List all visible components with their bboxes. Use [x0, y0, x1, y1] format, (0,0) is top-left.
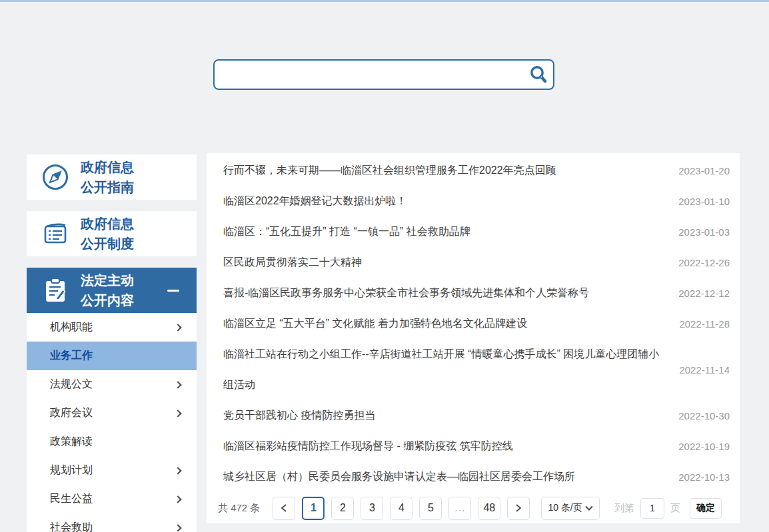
chevron-right-icon: [174, 381, 181, 388]
page-button-48[interactable]: 48: [478, 497, 500, 520]
article-link[interactable]: 临淄社工站在行动之小组工作--辛店街道社工站开展 “情暖童心携手成长” 困境儿童…: [217, 339, 679, 400]
article-date: 2023-01-03: [678, 226, 730, 238]
article-date: 2022-12-26: [678, 257, 730, 268]
article-link[interactable]: 城乡社区居（村）民委员会服务设施申请认定表—临园社区居委会工作场所: [217, 461, 678, 492]
article-row: 临淄社工站在行动之小组工作--辛店街道社工站开展 “情暖童心携手成长” 困境儿童…: [217, 339, 730, 400]
sidebar-item-policy-interpretation[interactable]: 政策解读: [27, 427, 197, 456]
page-button-1[interactable]: 1: [302, 497, 325, 520]
sidebar-item-label: 政府信息 公开制度: [81, 214, 134, 254]
sidebar-item-label: 法定主动 公开内容: [81, 270, 134, 310]
ledger-icon: [40, 218, 71, 249]
compass-icon: [40, 162, 71, 192]
article-date: 2023-01-10: [678, 196, 730, 207]
article-date: 2022-11-14: [679, 364, 730, 376]
page-size-select[interactable]: 10 条/页: [541, 497, 600, 520]
page-size-value: 10 条/页: [548, 502, 582, 514]
chevron-right-icon: [174, 324, 181, 331]
article-link[interactable]: 行而不辍，未来可期——临淄区社会组织管理服务工作2022年亮点回顾: [217, 155, 678, 186]
article-link[interactable]: 临淄区福彩站疫情防控工作现场督导 - 绷紧防疫弦 筑牢防控线: [217, 431, 678, 461]
sidebar-item-regulations[interactable]: 法规公文: [27, 370, 197, 399]
article-link[interactable]: 临淄区立足 “五大平台” 文化赋能 着力加强特色地名文化品牌建设: [217, 308, 679, 339]
menu-label: 法规公文: [50, 378, 93, 392]
page-button-5[interactable]: 5: [419, 497, 442, 520]
page-button-3[interactable]: 3: [361, 497, 383, 520]
sidebar-item-planning[interactable]: 规划计划: [27, 456, 197, 485]
menu-label: 社会救助: [50, 521, 93, 532]
article-row: 行而不辍，未来可期——临淄区社会组织管理服务工作2022年亮点回顾 2023-0…: [217, 155, 730, 186]
article-link[interactable]: 临淄区：“五化五提升” 打造 “一镇一品” 社会救助品牌: [217, 216, 678, 247]
menu-label: 业务工作: [50, 349, 93, 363]
article-link[interactable]: 区民政局贯彻落实二十大精神: [217, 247, 678, 278]
chevron-right-icon: [174, 524, 181, 531]
sidebar-item-gov-info-guide[interactable]: 政府信息 公开指南: [27, 154, 197, 200]
chevron-right-icon: [514, 503, 522, 513]
sidebar-item-label: 政府信息 公开指南: [81, 157, 134, 197]
collapse-minus-icon: [167, 290, 179, 292]
sidebar-item-public-welfare[interactable]: 民生公益: [27, 485, 197, 513]
article-row: 临淄区立足 “五大平台” 文化赋能 着力加强特色地名文化品牌建设 2022-11…: [217, 308, 730, 339]
menu-label: 政策解读: [50, 435, 93, 449]
article-row: 临淄区2022年婚姻登记大数据出炉啦！ 2023-01-10: [217, 186, 730, 216]
clipboard-pencil-icon: [40, 275, 71, 306]
page: 政府信息 公开指南 政府信息 公开制度: [0, 0, 769, 532]
article-date: 2022-12-12: [678, 288, 730, 299]
chevron-right-icon: [174, 495, 181, 503]
page-ellipsis[interactable]: ...: [448, 497, 471, 520]
jump-page-input[interactable]: [640, 498, 664, 519]
search-icon: [528, 65, 548, 85]
menu-label: 政府会议: [50, 406, 93, 420]
article-link[interactable]: 临淄区2022年婚姻登记大数据出炉啦！: [217, 186, 678, 216]
sidebar-item-social-assistance[interactable]: 社会救助: [27, 513, 197, 532]
search-input[interactable]: [215, 61, 524, 89]
prev-page-button[interactable]: [273, 497, 295, 520]
search-button[interactable]: [524, 61, 553, 89]
page-button-2[interactable]: 2: [331, 497, 354, 520]
article-row: 党员干部践初心 疫情防控勇担当 2022-10-30: [217, 400, 730, 431]
article-link[interactable]: 喜报-临淄区民政事务服务中心荣获全市社会事务领域先进集体和个人荣誉称号: [217, 278, 678, 308]
sidebar-item-gov-info-system[interactable]: 政府信息 公开制度: [27, 211, 197, 256]
jump-suffix-label: 页: [670, 502, 680, 515]
chevron-right-icon: [174, 467, 181, 474]
total-count: 共 472 条: [218, 502, 260, 515]
article-row: 城乡社区居（村）民委员会服务设施申请认定表—临园社区居委会工作场所 2022-1…: [217, 461, 730, 492]
chevron-right-icon: [174, 409, 181, 417]
chevron-down-icon: [585, 505, 593, 511]
sidebar-submenu: 机构职能 业务工作 法规公文 政府会议 政策解读 规划计划 民生公益 社会救助: [27, 313, 197, 532]
menu-label: 机构职能: [50, 320, 93, 334]
sidebar-item-business-work[interactable]: 业务工作: [27, 342, 197, 370]
page-button-4[interactable]: 4: [390, 497, 412, 520]
page-jump-group: 到第 页 确定: [614, 498, 722, 519]
chevron-left-icon: [280, 503, 288, 513]
pagination-bar: 共 472 条 1 2 3 4 5 ... 48 10 条/页: [217, 493, 730, 523]
jump-prefix-label: 到第: [614, 502, 634, 515]
article-date: 2022-11-28: [679, 318, 730, 330]
article-date: 2022-10-19: [678, 441, 730, 452]
article-row: 临淄区福彩站疫情防控工作现场督导 - 绷紧防疫弦 筑牢防控线 2022-10-1…: [217, 431, 730, 461]
article-date: 2022-10-13: [678, 471, 730, 483]
article-list-panel: 行而不辍，未来可期——临淄区社会组织管理服务工作2022年亮点回顾 2023-0…: [207, 153, 740, 523]
search-bar: [213, 59, 554, 90]
top-accent-line: [0, 0, 769, 2]
article-date: 2022-10-30: [678, 410, 730, 421]
article-row: 区民政局贯彻落实二十大精神 2022-12-26: [217, 247, 730, 278]
article-row: 临淄区：“五化五提升” 打造 “一镇一品” 社会救助品牌 2023-01-03: [217, 216, 730, 247]
menu-label: 民生公益: [50, 492, 93, 506]
article-row: 喜报-临淄区民政事务服务中心荣获全市社会事务领域先进集体和个人荣誉称号 2022…: [217, 278, 730, 308]
confirm-button[interactable]: 确定: [690, 498, 722, 519]
menu-label: 规划计划: [50, 463, 93, 477]
article-date: 2023-01-20: [678, 165, 730, 176]
next-page-button[interactable]: [507, 497, 530, 520]
sidebar-item-gov-meetings[interactable]: 政府会议: [27, 399, 197, 427]
sidebar-item-statutory-disclosure[interactable]: 法定主动 公开内容: [27, 268, 197, 313]
sidebar-item-org-functions[interactable]: 机构职能: [27, 313, 197, 342]
article-link[interactable]: 党员干部践初心 疫情防控勇担当: [217, 400, 678, 431]
